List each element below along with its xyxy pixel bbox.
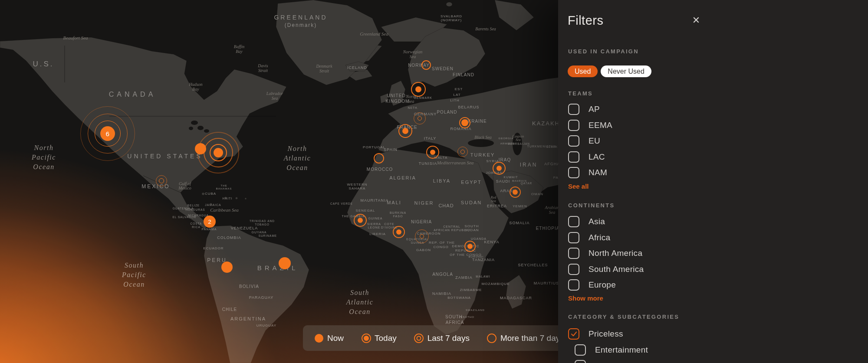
checkbox[interactable]: [568, 216, 579, 227]
panel-title: Filters: [568, 13, 603, 28]
continent-north-america[interactable]: North America: [568, 245, 868, 262]
checkbox[interactable]: [568, 232, 579, 243]
section-header-teams: TEAMS: [568, 90, 593, 97]
team-ap[interactable]: AP: [568, 101, 868, 118]
marker-dot: [461, 119, 468, 126]
checkbox-label: Priceless: [589, 329, 623, 339]
legend-item-last7: Last 7 days: [414, 333, 470, 343]
category-blank[interactable]: [575, 358, 868, 363]
marker-dot: [358, 218, 363, 223]
checkbox[interactable]: [568, 264, 579, 275]
checkbox-checked[interactable]: [568, 328, 579, 340]
continent-south-america[interactable]: South America: [568, 262, 868, 278]
team-lac[interactable]: LAC: [568, 149, 868, 165]
show-more-link[interactable]: Show more: [568, 294, 603, 302]
filters-panel: Filters ✕ USED IN CAMPAIGN Used Never Us…: [558, 0, 868, 363]
checkbox-label: Asia: [589, 217, 605, 226]
marker-ring: [374, 153, 384, 164]
category-entertainment[interactable]: Entertainment: [575, 342, 868, 358]
continent-europe[interactable]: Europe: [568, 277, 868, 293]
continents-checklist: AsiaAfricaNorth AmericaSouth AmericaEuro…: [568, 214, 868, 293]
team-eu[interactable]: EU: [568, 133, 868, 149]
marker-cluster-count: 6: [100, 126, 115, 141]
app-window: U.S.CANADAUNITED STATESMEXICOGREENLAND(D…: [0, 0, 868, 363]
marker-ring: [415, 229, 429, 243]
checkbox-label: LAC: [589, 152, 605, 162]
legend-label: Last 7 days: [427, 334, 470, 343]
see-all-link[interactable]: See all: [568, 183, 589, 190]
close-icon[interactable]: ✕: [690, 14, 703, 27]
legend-item-now: Now: [314, 333, 344, 343]
checkbox-label: AP: [589, 105, 600, 114]
marker-dot: [467, 244, 473, 249]
pill-used[interactable]: Used: [568, 65, 598, 77]
categories-checklist: PricelessEntertainment: [568, 326, 868, 363]
checkbox[interactable]: [568, 151, 579, 163]
marker-dot: [221, 262, 233, 273]
checkbox-label: Europe: [589, 280, 616, 290]
legend-today-icon: [361, 333, 371, 343]
checkbox-label: South America: [589, 265, 644, 274]
pill-never-used[interactable]: Never Used: [601, 65, 651, 77]
team-nam[interactable]: NAM: [568, 165, 868, 181]
section-header-used-in-campaign: USED IN CAMPAIGN: [568, 48, 639, 55]
checkbox-label: EEMA: [589, 121, 612, 130]
continent-asia[interactable]: Asia: [568, 214, 868, 230]
marker-dot: [415, 86, 421, 92]
checkbox[interactable]: [568, 248, 579, 259]
legend-older-icon: [487, 333, 497, 343]
checkbox[interactable]: [568, 135, 579, 147]
marker-dot: [402, 128, 408, 134]
marker-dot: [396, 229, 401, 235]
legend-label: Now: [327, 334, 344, 343]
teams-checklist: APEEMAEULACNAM: [568, 101, 868, 181]
checkbox[interactable]: [575, 344, 586, 356]
marker-ring: [421, 60, 431, 70]
legend-item-today: Today: [361, 333, 397, 343]
marker-ring: [414, 112, 426, 124]
checkbox-label: NAM: [589, 168, 607, 177]
checkbox-label: North America: [589, 249, 642, 258]
section-header-categories: CATEGORY & SUBCATEGORIES: [568, 314, 679, 320]
checkbox-label: Africa: [589, 233, 610, 242]
legend-label: Today: [375, 334, 397, 343]
checkbox[interactable]: [575, 360, 586, 363]
marker-dot: [214, 148, 223, 157]
marker-ring: [156, 175, 167, 186]
category-priceless[interactable]: Priceless: [568, 326, 868, 342]
checkbox-label: Entertainment: [595, 345, 648, 355]
checkbox[interactable]: [568, 120, 579, 131]
marker-dot: [513, 190, 518, 195]
marker-dot: [496, 166, 502, 171]
checkbox-label: EU: [589, 136, 600, 146]
checkbox[interactable]: [568, 279, 579, 291]
used-in-campaign-toggle: Used Never Used: [568, 65, 651, 77]
legend-now-icon: [314, 333, 324, 343]
checkbox[interactable]: [568, 167, 579, 178]
marker-ring: [457, 147, 468, 157]
marker-dot: [430, 150, 435, 155]
section-header-continents: CONTINENTS: [568, 202, 615, 209]
continent-africa[interactable]: Africa: [568, 230, 868, 246]
checkbox[interactable]: [568, 104, 579, 115]
legend-last7-icon: [414, 333, 424, 343]
marker-dot: [279, 257, 291, 269]
team-eema[interactable]: EEMA: [568, 118, 868, 134]
marker-cluster-count: 2: [204, 216, 216, 228]
